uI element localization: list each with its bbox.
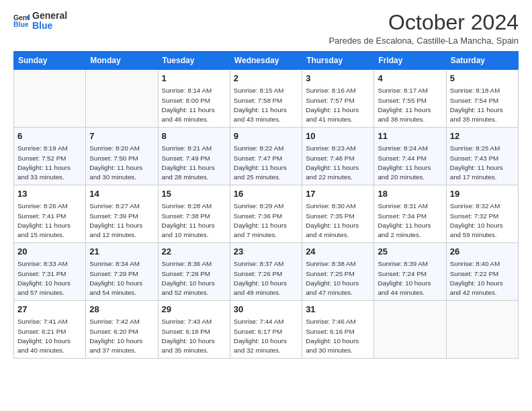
day-number: 18 — [378, 188, 442, 200]
calendar-cell: 7Sunrise: 8:20 AMSunset: 7:50 PMDaylight… — [86, 128, 158, 185]
day-info: Sunrise: 8:21 AMSunset: 7:49 PMDaylight:… — [162, 144, 226, 182]
day-number: 23 — [234, 246, 298, 258]
calendar-cell: 29Sunrise: 7:43 AMSunset: 6:18 PMDayligh… — [158, 301, 230, 359]
day-number: 10 — [306, 130, 370, 142]
calendar-cell: 4Sunrise: 8:17 AMSunset: 7:55 PMDaylight… — [374, 70, 446, 128]
day-info: Sunrise: 8:20 AMSunset: 7:50 PMDaylight:… — [89, 144, 154, 182]
day-number: 31 — [306, 304, 370, 316]
calendar-cell: 13Sunrise: 8:26 AMSunset: 7:41 PMDayligh… — [14, 185, 86, 243]
header: General Blue General Blue October 2024 P… — [13, 11, 519, 46]
calendar-cell: 1Sunrise: 8:14 AMSunset: 8:00 PMDaylight… — [158, 70, 230, 128]
day-info: Sunrise: 8:38 AMSunset: 7:25 PMDaylight:… — [306, 259, 370, 298]
day-info: Sunrise: 8:19 AMSunset: 7:52 PMDaylight:… — [17, 144, 82, 182]
day-number: 16 — [234, 188, 298, 200]
day-info: Sunrise: 7:41 AMSunset: 6:21 PMDaylight:… — [17, 317, 82, 355]
day-number: 14 — [89, 188, 154, 200]
day-info: Sunrise: 8:29 AMSunset: 7:36 PMDaylight:… — [234, 201, 298, 240]
day-number: 30 — [234, 304, 298, 316]
calendar-cell: 30Sunrise: 7:44 AMSunset: 6:17 PMDayligh… — [230, 301, 302, 359]
day-info: Sunrise: 8:17 AMSunset: 7:55 PMDaylight:… — [378, 86, 442, 124]
day-number: 29 — [162, 304, 226, 316]
day-info: Sunrise: 8:14 AMSunset: 8:00 PMDaylight:… — [162, 86, 226, 124]
day-headers-row: SundayMondayTuesdayWednesdayThursdayFrid… — [14, 52, 519, 70]
week-row-3: 13Sunrise: 8:26 AMSunset: 7:41 PMDayligh… — [14, 185, 519, 243]
day-number: 5 — [450, 73, 515, 85]
day-info: Sunrise: 8:27 AMSunset: 7:39 PMDaylight:… — [89, 201, 154, 240]
day-info: Sunrise: 8:34 AMSunset: 7:29 PMDaylight:… — [89, 259, 154, 298]
calendar-cell: 27Sunrise: 7:41 AMSunset: 6:21 PMDayligh… — [14, 301, 86, 359]
page: General Blue General Blue October 2024 P… — [0, 0, 532, 367]
day-number: 8 — [162, 130, 226, 142]
day-info: Sunrise: 8:15 AMSunset: 7:58 PMDaylight:… — [234, 86, 298, 124]
day-number: 4 — [378, 73, 442, 85]
day-number: 3 — [306, 73, 370, 85]
calendar-cell: 9Sunrise: 8:22 AMSunset: 7:47 PMDaylight… — [230, 128, 302, 185]
location-subtitle: Paredes de Escalona, Castille-La Mancha,… — [328, 36, 519, 46]
day-number: 19 — [450, 188, 515, 200]
day-header-saturday: Saturday — [446, 52, 518, 70]
day-number: 12 — [450, 130, 515, 142]
calendar-cell: 19Sunrise: 8:32 AMSunset: 7:32 PMDayligh… — [446, 185, 518, 243]
day-number: 7 — [89, 130, 154, 142]
day-info: Sunrise: 8:22 AMSunset: 7:47 PMDaylight:… — [234, 144, 298, 182]
day-number: 6 — [17, 130, 82, 142]
calendar-cell: 24Sunrise: 8:38 AMSunset: 7:25 PMDayligh… — [302, 243, 374, 301]
day-info: Sunrise: 8:31 AMSunset: 7:34 PMDaylight:… — [378, 201, 442, 240]
week-row-2: 6Sunrise: 8:19 AMSunset: 7:52 PMDaylight… — [14, 128, 519, 185]
calendar-cell: 12Sunrise: 8:25 AMSunset: 7:43 PMDayligh… — [446, 128, 518, 185]
title-area: October 2024 Paredes de Escalona, Castil… — [328, 11, 519, 46]
calendar-cell — [446, 301, 518, 359]
logo: General Blue General Blue — [13, 11, 67, 32]
calendar-cell: 25Sunrise: 8:39 AMSunset: 7:24 PMDayligh… — [374, 243, 446, 301]
week-row-1: 1Sunrise: 8:14 AMSunset: 8:00 PMDaylight… — [14, 70, 519, 128]
week-row-4: 20Sunrise: 8:33 AMSunset: 7:31 PMDayligh… — [14, 243, 519, 301]
day-number: 13 — [17, 188, 82, 200]
day-info: Sunrise: 8:30 AMSunset: 7:35 PMDaylight:… — [306, 201, 370, 240]
day-info: Sunrise: 8:18 AMSunset: 7:54 PMDaylight:… — [450, 86, 515, 124]
calendar-cell: 10Sunrise: 8:23 AMSunset: 7:46 PMDayligh… — [302, 128, 374, 185]
calendar-cell: 22Sunrise: 8:36 AMSunset: 7:28 PMDayligh… — [158, 243, 230, 301]
calendar-cell: 5Sunrise: 8:18 AMSunset: 7:54 PMDaylight… — [446, 70, 518, 128]
calendar-cell: 16Sunrise: 8:29 AMSunset: 7:36 PMDayligh… — [230, 185, 302, 243]
calendar-cell: 8Sunrise: 8:21 AMSunset: 7:49 PMDaylight… — [158, 128, 230, 185]
day-info: Sunrise: 8:25 AMSunset: 7:43 PMDaylight:… — [450, 144, 515, 182]
day-info: Sunrise: 8:40 AMSunset: 7:22 PMDaylight:… — [450, 259, 515, 298]
day-info: Sunrise: 8:16 AMSunset: 7:57 PMDaylight:… — [306, 86, 370, 124]
day-number: 2 — [234, 73, 298, 85]
day-header-sunday: Sunday — [14, 52, 86, 70]
calendar-table: SundayMondayTuesdayWednesdayThursdayFrid… — [13, 51, 519, 359]
day-number: 15 — [162, 188, 226, 200]
day-info: Sunrise: 8:39 AMSunset: 7:24 PMDaylight:… — [378, 259, 442, 298]
day-info: Sunrise: 8:26 AMSunset: 7:41 PMDaylight:… — [17, 201, 82, 240]
day-number: 1 — [162, 73, 226, 85]
calendar-cell — [86, 70, 158, 128]
calendar-cell: 20Sunrise: 8:33 AMSunset: 7:31 PMDayligh… — [14, 243, 86, 301]
day-info: Sunrise: 8:36 AMSunset: 7:28 PMDaylight:… — [162, 259, 226, 298]
day-header-monday: Monday — [86, 52, 158, 70]
calendar-cell: 28Sunrise: 7:42 AMSunset: 6:20 PMDayligh… — [86, 301, 158, 359]
day-header-wednesday: Wednesday — [230, 52, 302, 70]
day-info: Sunrise: 8:37 AMSunset: 7:26 PMDaylight:… — [234, 259, 298, 298]
day-number: 25 — [378, 246, 442, 258]
day-info: Sunrise: 7:46 AMSunset: 6:16 PMDaylight:… — [306, 317, 370, 355]
day-number: 22 — [162, 246, 226, 258]
day-header-thursday: Thursday — [302, 52, 374, 70]
calendar-cell: 11Sunrise: 8:24 AMSunset: 7:44 PMDayligh… — [374, 128, 446, 185]
calendar-cell — [14, 70, 86, 128]
day-number: 28 — [89, 304, 154, 316]
day-number: 20 — [17, 246, 82, 258]
calendar-cell: 17Sunrise: 8:30 AMSunset: 7:35 PMDayligh… — [302, 185, 374, 243]
calendar-cell: 31Sunrise: 7:46 AMSunset: 6:16 PMDayligh… — [302, 301, 374, 359]
day-number: 9 — [234, 130, 298, 142]
calendar-cell: 6Sunrise: 8:19 AMSunset: 7:52 PMDaylight… — [14, 128, 86, 185]
day-info: Sunrise: 7:43 AMSunset: 6:18 PMDaylight:… — [162, 317, 226, 355]
day-number: 26 — [450, 246, 515, 258]
calendar-cell: 21Sunrise: 8:34 AMSunset: 7:29 PMDayligh… — [86, 243, 158, 301]
day-info: Sunrise: 7:44 AMSunset: 6:17 PMDaylight:… — [234, 317, 298, 355]
calendar-cell: 14Sunrise: 8:27 AMSunset: 7:39 PMDayligh… — [86, 185, 158, 243]
month-title: October 2024 — [328, 11, 519, 34]
day-number: 11 — [378, 130, 442, 142]
day-number: 27 — [17, 304, 82, 316]
logo-icon: General Blue — [13, 13, 30, 29]
svg-text:Blue: Blue — [13, 21, 29, 28]
